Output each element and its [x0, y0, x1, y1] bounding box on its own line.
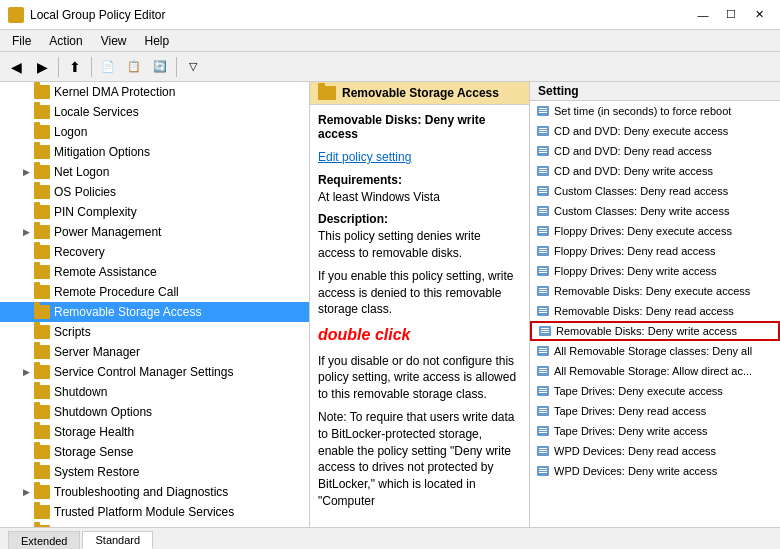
right-list: Set time (in seconds) to force rebootCD …	[530, 101, 780, 527]
setting-item[interactable]: Removable Disks: Deny write access	[530, 321, 780, 341]
tree-item[interactable]: ▶Troubleshooting and Diagnostics	[0, 482, 309, 502]
right-header: Setting	[530, 82, 780, 101]
setting-item[interactable]: Floppy Drives: Deny execute access	[530, 221, 780, 241]
expand-btn[interactable]	[20, 146, 32, 158]
folder-icon	[34, 85, 50, 99]
setting-item[interactable]: CD and DVD: Deny read access	[530, 141, 780, 161]
expand-btn[interactable]	[20, 506, 32, 518]
expand-btn[interactable]	[20, 106, 32, 118]
close-button[interactable]: ✕	[746, 5, 772, 25]
description-label: Description:	[318, 212, 388, 226]
setting-item[interactable]: Floppy Drives: Deny read access	[530, 241, 780, 261]
tree-item-label: Locale Services	[54, 105, 139, 119]
expand-btn[interactable]: ▶	[20, 486, 32, 498]
expand-btn[interactable]	[20, 446, 32, 458]
expand-btn[interactable]	[20, 426, 32, 438]
tree-item[interactable]: Recovery	[0, 242, 309, 262]
setting-icon	[536, 264, 550, 278]
setting-item[interactable]: Tape Drives: Deny execute access	[530, 381, 780, 401]
show-hide-button[interactable]: 📄	[96, 55, 120, 79]
expand-btn[interactable]: ▶	[20, 366, 32, 378]
setting-item[interactable]: CD and DVD: Deny execute access	[530, 121, 780, 141]
tree-item[interactable]: ▶Service Control Manager Settings	[0, 362, 309, 382]
setting-item[interactable]: WPD Devices: Deny write access	[530, 461, 780, 481]
tree-item[interactable]: Shutdown Options	[0, 402, 309, 422]
menu-help[interactable]: Help	[137, 32, 178, 50]
setting-item[interactable]: All Removable Storage classes: Deny all	[530, 341, 780, 361]
setting-item[interactable]: CD and DVD: Deny write access	[530, 161, 780, 181]
tree-item[interactable]: OS Policies	[0, 182, 309, 202]
tree-item-label: Shutdown	[54, 385, 107, 399]
expand-btn[interactable]	[20, 126, 32, 138]
tree-item-label: PIN Complexity	[54, 205, 137, 219]
setting-label: Removable Disks: Deny write access	[556, 325, 737, 337]
expand-btn[interactable]	[20, 326, 32, 338]
toolbar-separator2	[91, 57, 92, 77]
tree-item[interactable]: ▶Net Logon	[0, 162, 309, 182]
setting-item[interactable]: Tape Drives: Deny write access	[530, 421, 780, 441]
setting-item[interactable]: Floppy Drives: Deny write access	[530, 261, 780, 281]
tree-item[interactable]: Shutdown	[0, 382, 309, 402]
expand-btn[interactable]	[20, 346, 32, 358]
tree-item[interactable]: Storage Sense	[0, 442, 309, 462]
tree-item-label: Server Manager	[54, 345, 140, 359]
tree-item[interactable]: Scripts	[0, 322, 309, 342]
setting-item[interactable]: Removable Disks: Deny execute access	[530, 281, 780, 301]
tree-item-label: Recovery	[54, 245, 105, 259]
expand-btn[interactable]	[20, 306, 32, 318]
setting-item[interactable]: Custom Classes: Deny write access	[530, 201, 780, 221]
setting-item[interactable]: WPD Devices: Deny read access	[530, 441, 780, 461]
expand-btn[interactable]	[20, 206, 32, 218]
setting-item[interactable]: Set time (in seconds) to force reboot	[530, 101, 780, 121]
folder-icon	[34, 405, 50, 419]
back-button[interactable]: ◀	[4, 55, 28, 79]
forward-button[interactable]: ▶	[30, 55, 54, 79]
tree-item[interactable]: Server Manager	[0, 342, 309, 362]
expand-btn[interactable]	[20, 246, 32, 258]
tree-item[interactable]: Storage Health	[0, 422, 309, 442]
expand-btn[interactable]: ▶	[20, 226, 32, 238]
tree-item[interactable]: Logon	[0, 122, 309, 142]
tab-standard[interactable]: Standard	[82, 531, 153, 549]
properties-button[interactable]: 📋	[122, 55, 146, 79]
menu-view[interactable]: View	[93, 32, 135, 50]
setting-item[interactable]: Tape Drives: Deny read access	[530, 401, 780, 421]
tree-item[interactable]: Remote Assistance	[0, 262, 309, 282]
refresh-button[interactable]: 🔄	[148, 55, 172, 79]
tree-item[interactable]: Kernel DMA Protection	[0, 82, 309, 102]
toolbar-separator3	[176, 57, 177, 77]
setting-item[interactable]: Custom Classes: Deny read access	[530, 181, 780, 201]
menu-action[interactable]: Action	[41, 32, 90, 50]
menu-file[interactable]: File	[4, 32, 39, 50]
expand-btn[interactable]	[20, 186, 32, 198]
expand-btn[interactable]	[20, 406, 32, 418]
expand-btn[interactable]	[20, 526, 32, 527]
tree-item-label: Troubleshooting and Diagnostics	[54, 485, 228, 499]
tree-item[interactable]: Locale Services	[0, 102, 309, 122]
expand-btn[interactable]	[20, 266, 32, 278]
left-tree-panel: Kernel DMA ProtectionLocale ServicesLogo…	[0, 82, 310, 527]
setting-item[interactable]: Removable Disks: Deny read access	[530, 301, 780, 321]
tree-item[interactable]: ▶Power Management	[0, 222, 309, 242]
up-button[interactable]: ⬆	[63, 55, 87, 79]
expand-btn[interactable]: ▶	[20, 166, 32, 178]
tree-item[interactable]: User Profiles	[0, 522, 309, 527]
tree-item[interactable]: PIN Complexity	[0, 202, 309, 222]
filter-button[interactable]: ▽	[181, 55, 205, 79]
tree-item[interactable]: Remote Procedure Call	[0, 282, 309, 302]
expand-btn[interactable]	[20, 466, 32, 478]
edit-policy-link[interactable]: Edit policy setting	[318, 150, 411, 164]
expand-btn[interactable]	[20, 86, 32, 98]
expand-btn[interactable]	[20, 386, 32, 398]
tree-item[interactable]: Removable Storage Access	[0, 302, 309, 322]
minimize-button[interactable]: —	[690, 5, 716, 25]
tree-item[interactable]: Trusted Platform Module Services	[0, 502, 309, 522]
tree-item[interactable]: Mitigation Options	[0, 142, 309, 162]
expand-btn[interactable]	[20, 286, 32, 298]
middle-header: Removable Storage Access	[310, 82, 529, 105]
setting-icon	[536, 424, 550, 438]
setting-item[interactable]: All Removable Storage: Allow direct ac..…	[530, 361, 780, 381]
tab-extended[interactable]: Extended	[8, 531, 80, 549]
tree-item[interactable]: System Restore	[0, 462, 309, 482]
maximize-button[interactable]: ☐	[718, 5, 744, 25]
